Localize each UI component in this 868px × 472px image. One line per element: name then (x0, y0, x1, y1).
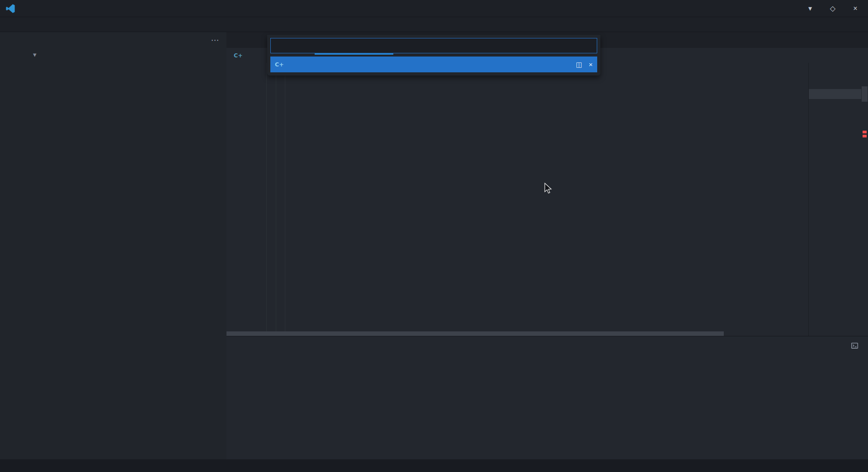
vertical-scrollbar[interactable] (861, 63, 868, 336)
minimize-button[interactable]: ▾ (806, 4, 815, 13)
project-section-header[interactable]: ▾ (27, 48, 226, 61)
chevron-down-icon: ▾ (33, 51, 37, 59)
terminal[interactable] (226, 354, 868, 459)
quick-open-dialog: C+ ◫ × (267, 35, 600, 76)
cpp-file-icon: C+ (275, 61, 284, 68)
open-to-side-icon[interactable]: ◫ (576, 61, 582, 69)
bottom-panel (226, 336, 868, 459)
vscode-logo-icon (5, 4, 15, 14)
shell-selector[interactable] (851, 342, 862, 349)
maximize-button[interactable]: ◇ (828, 4, 837, 13)
error-marker (863, 131, 867, 133)
terminal-icon (851, 342, 859, 349)
quick-open-result[interactable]: C+ ◫ × (270, 57, 597, 72)
quick-open-progress-bar (315, 53, 393, 55)
remove-from-recent-icon[interactable]: × (589, 61, 593, 68)
minimap[interactable] (808, 63, 861, 336)
minimap-slider[interactable] (809, 89, 861, 99)
explorer-sidebar: ⋯ ▾ (27, 32, 226, 459)
error-marker (863, 135, 867, 137)
explorer-more-actions-icon[interactable]: ⋯ (211, 35, 219, 45)
file-tree (27, 61, 226, 459)
editor[interactable] (226, 63, 868, 336)
cpp-file-icon: C+ (234, 52, 243, 59)
quick-open-input[interactable] (270, 38, 597, 53)
horizontal-scrollbar[interactable] (226, 331, 724, 336)
menu-bar (0, 17, 868, 32)
status-bar (0, 459, 868, 472)
close-button[interactable]: × (851, 5, 860, 13)
activity-bar (0, 32, 27, 459)
title-bar: ▾ ◇ × (0, 0, 868, 17)
